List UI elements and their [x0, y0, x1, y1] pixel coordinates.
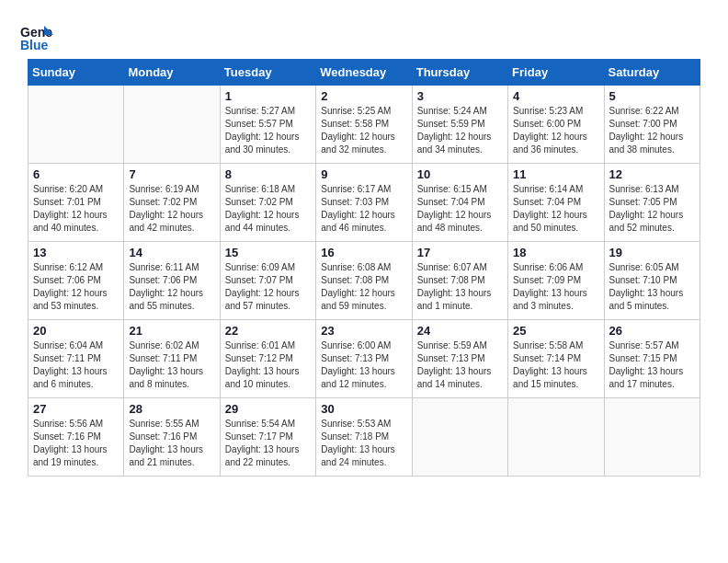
day-number: 1 — [225, 89, 311, 103]
logo: General Blue — [18, 18, 53, 53]
calendar-cell: 29Sunrise: 5:54 AM Sunset: 7:17 PM Dayli… — [220, 398, 315, 477]
calendar-week-row: 13Sunrise: 6:12 AM Sunset: 7:06 PM Dayli… — [28, 242, 700, 320]
day-info: Sunrise: 5:58 AM Sunset: 7:14 PM Dayligh… — [513, 339, 598, 391]
calendar-cell: 16Sunrise: 6:08 AM Sunset: 7:08 PM Dayli… — [316, 242, 412, 320]
calendar-cell — [412, 398, 507, 477]
header-tuesday: Tuesday — [220, 60, 315, 86]
day-number: 8 — [225, 167, 311, 181]
day-number: 2 — [321, 89, 406, 103]
day-number: 4 — [513, 89, 598, 103]
header: General Blue — [9, 9, 719, 59]
calendar-cell: 11Sunrise: 6:14 AM Sunset: 7:04 PM Dayli… — [508, 164, 604, 242]
calendar-cell — [508, 398, 604, 477]
day-number: 27 — [33, 402, 119, 416]
calendar-cell: 2Sunrise: 5:25 AM Sunset: 5:58 PM Daylig… — [316, 86, 412, 164]
day-info: Sunrise: 6:14 AM Sunset: 7:04 PM Dayligh… — [513, 183, 598, 235]
calendar-cell: 5Sunrise: 6:22 AM Sunset: 7:00 PM Daylig… — [604, 86, 700, 164]
day-info: Sunrise: 6:04 AM Sunset: 7:11 PM Dayligh… — [33, 339, 119, 391]
calendar-wrapper: Sunday Monday Tuesday Wednesday Thursday… — [9, 59, 719, 477]
day-info: Sunrise: 6:19 AM Sunset: 7:02 PM Dayligh… — [129, 183, 214, 235]
day-info: Sunrise: 6:07 AM Sunset: 7:08 PM Dayligh… — [417, 261, 503, 313]
day-number: 11 — [513, 167, 598, 181]
day-number: 7 — [129, 167, 214, 181]
calendar-cell: 17Sunrise: 6:07 AM Sunset: 7:08 PM Dayli… — [412, 242, 507, 320]
day-info: Sunrise: 6:20 AM Sunset: 7:01 PM Dayligh… — [33, 183, 119, 235]
day-number: 23 — [321, 324, 406, 338]
calendar-cell: 21Sunrise: 6:02 AM Sunset: 7:11 PM Dayli… — [124, 320, 220, 398]
day-info: Sunrise: 6:06 AM Sunset: 7:09 PM Dayligh… — [513, 261, 598, 313]
day-info: Sunrise: 6:05 AM Sunset: 7:10 PM Dayligh… — [609, 261, 695, 313]
day-number: 22 — [225, 324, 311, 338]
day-number: 12 — [609, 167, 695, 181]
day-info: Sunrise: 5:57 AM Sunset: 7:15 PM Dayligh… — [609, 339, 695, 391]
calendar-cell — [604, 398, 700, 477]
day-number: 19 — [609, 246, 695, 259]
day-number: 30 — [321, 402, 406, 416]
calendar-cell: 23Sunrise: 6:00 AM Sunset: 7:13 PM Dayli… — [316, 320, 412, 398]
day-number: 18 — [513, 246, 598, 259]
calendar-week-row: 27Sunrise: 5:56 AM Sunset: 7:16 PM Dayli… — [28, 398, 700, 477]
day-info: Sunrise: 6:13 AM Sunset: 7:05 PM Dayligh… — [609, 183, 695, 235]
calendar-cell: 26Sunrise: 5:57 AM Sunset: 7:15 PM Dayli… — [604, 320, 700, 398]
calendar-cell: 1Sunrise: 5:27 AM Sunset: 5:57 PM Daylig… — [220, 86, 315, 164]
day-info: Sunrise: 5:59 AM Sunset: 7:13 PM Dayligh… — [417, 339, 503, 391]
day-info: Sunrise: 5:25 AM Sunset: 5:58 PM Dayligh… — [321, 105, 406, 156]
calendar-cell: 4Sunrise: 5:23 AM Sunset: 6:00 PM Daylig… — [508, 86, 604, 164]
calendar-cell: 27Sunrise: 5:56 AM Sunset: 7:16 PM Dayli… — [28, 398, 124, 477]
calendar-cell: 25Sunrise: 5:58 AM Sunset: 7:14 PM Dayli… — [508, 320, 604, 398]
day-number: 20 — [33, 324, 119, 338]
calendar-cell: 8Sunrise: 6:18 AM Sunset: 7:02 PM Daylig… — [220, 164, 315, 242]
calendar-cell: 20Sunrise: 6:04 AM Sunset: 7:11 PM Dayli… — [28, 320, 124, 398]
calendar-cell: 13Sunrise: 6:12 AM Sunset: 7:06 PM Dayli… — [28, 242, 124, 320]
header-sunday: Sunday — [28, 60, 124, 86]
calendar-cell — [124, 86, 220, 164]
calendar-cell: 3Sunrise: 5:24 AM Sunset: 5:59 PM Daylig… — [412, 86, 507, 164]
logo-icon: General Blue — [18, 18, 53, 53]
header-friday: Friday — [508, 60, 604, 86]
calendar-cell — [28, 86, 124, 164]
day-info: Sunrise: 6:17 AM Sunset: 7:03 PM Dayligh… — [321, 183, 406, 235]
day-info: Sunrise: 6:08 AM Sunset: 7:08 PM Dayligh… — [321, 261, 406, 313]
day-number: 29 — [225, 402, 311, 416]
calendar-week-row: 1Sunrise: 5:27 AM Sunset: 5:57 PM Daylig… — [28, 86, 700, 164]
calendar-cell: 6Sunrise: 6:20 AM Sunset: 7:01 PM Daylig… — [28, 164, 124, 242]
calendar-cell: 19Sunrise: 6:05 AM Sunset: 7:10 PM Dayli… — [604, 242, 700, 320]
calendar-cell: 24Sunrise: 5:59 AM Sunset: 7:13 PM Dayli… — [412, 320, 507, 398]
header-saturday: Saturday — [604, 60, 700, 86]
day-number: 10 — [417, 167, 503, 181]
calendar-table: Sunday Monday Tuesday Wednesday Thursday… — [28, 59, 700, 477]
day-info: Sunrise: 6:11 AM Sunset: 7:06 PM Dayligh… — [129, 261, 214, 313]
day-info: Sunrise: 5:27 AM Sunset: 5:57 PM Dayligh… — [225, 105, 311, 156]
day-number: 6 — [33, 167, 119, 181]
day-info: Sunrise: 6:01 AM Sunset: 7:12 PM Dayligh… — [225, 339, 311, 391]
calendar-cell: 15Sunrise: 6:09 AM Sunset: 7:07 PM Dayli… — [220, 242, 315, 320]
day-info: Sunrise: 6:12 AM Sunset: 7:06 PM Dayligh… — [33, 261, 119, 313]
day-number: 17 — [417, 246, 503, 259]
day-info: Sunrise: 6:00 AM Sunset: 7:13 PM Dayligh… — [321, 339, 406, 391]
day-info: Sunrise: 5:23 AM Sunset: 6:00 PM Dayligh… — [513, 105, 598, 156]
calendar-header-row: Sunday Monday Tuesday Wednesday Thursday… — [28, 60, 700, 86]
calendar-cell: 9Sunrise: 6:17 AM Sunset: 7:03 PM Daylig… — [316, 164, 412, 242]
day-info: Sunrise: 6:22 AM Sunset: 7:00 PM Dayligh… — [609, 105, 695, 156]
header-monday: Monday — [124, 60, 220, 86]
calendar-cell: 30Sunrise: 5:53 AM Sunset: 7:18 PM Dayli… — [316, 398, 412, 477]
day-number: 13 — [33, 246, 119, 259]
day-info: Sunrise: 6:02 AM Sunset: 7:11 PM Dayligh… — [129, 339, 214, 391]
calendar-cell: 18Sunrise: 6:06 AM Sunset: 7:09 PM Dayli… — [508, 242, 604, 320]
day-number: 25 — [513, 324, 598, 338]
day-number: 24 — [417, 324, 503, 338]
calendar-cell: 22Sunrise: 6:01 AM Sunset: 7:12 PM Dayli… — [220, 320, 315, 398]
day-number: 9 — [321, 167, 406, 181]
day-number: 26 — [609, 324, 695, 338]
day-info: Sunrise: 5:54 AM Sunset: 7:17 PM Dayligh… — [225, 418, 311, 469]
day-number: 15 — [225, 246, 311, 259]
day-number: 21 — [129, 324, 214, 338]
calendar-cell: 12Sunrise: 6:13 AM Sunset: 7:05 PM Dayli… — [604, 164, 700, 242]
day-number: 16 — [321, 246, 406, 259]
header-wednesday: Wednesday — [316, 60, 412, 86]
svg-text:Blue: Blue — [20, 38, 49, 52]
day-info: Sunrise: 5:55 AM Sunset: 7:16 PM Dayligh… — [129, 418, 214, 469]
day-number: 5 — [609, 89, 695, 103]
day-info: Sunrise: 6:18 AM Sunset: 7:02 PM Dayligh… — [225, 183, 311, 235]
calendar-cell: 10Sunrise: 6:15 AM Sunset: 7:04 PM Dayli… — [412, 164, 507, 242]
